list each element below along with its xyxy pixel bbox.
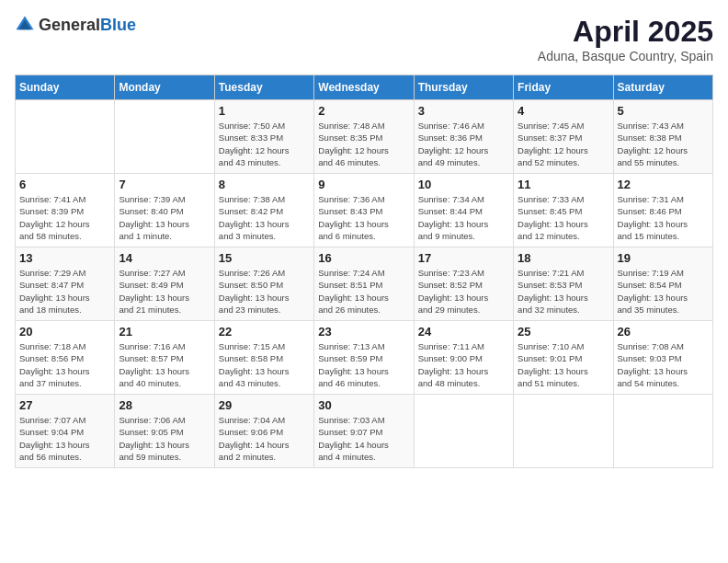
day-header-saturday: Saturday: [613, 75, 712, 100]
calendar-cell: 13Sunrise: 7:29 AMSunset: 8:47 PMDayligh…: [16, 247, 115, 321]
calendar-header-row: SundayMondayTuesdayWednesdayThursdayFrid…: [16, 75, 713, 100]
calendar-cell: 3Sunrise: 7:46 AMSunset: 8:36 PMDaylight…: [414, 100, 513, 174]
cell-info: Sunrise: 7:18 AMSunset: 8:56 PMDaylight:…: [19, 340, 110, 389]
calendar-cell: 17Sunrise: 7:23 AMSunset: 8:52 PMDayligh…: [414, 247, 513, 321]
cell-info: Sunrise: 7:31 AMSunset: 8:46 PMDaylight:…: [618, 193, 709, 242]
calendar-cell: 19Sunrise: 7:19 AMSunset: 8:54 PMDayligh…: [613, 247, 712, 321]
calendar-cell: 7Sunrise: 7:39 AMSunset: 8:40 PMDaylight…: [115, 174, 214, 247]
cell-info: Sunrise: 7:29 AMSunset: 8:47 PMDaylight:…: [19, 267, 110, 316]
day-number: 1: [219, 104, 310, 118]
cell-info: Sunrise: 7:36 AMSunset: 8:43 PMDaylight:…: [318, 193, 409, 242]
cell-info: Sunrise: 7:11 AMSunset: 9:00 PMDaylight:…: [418, 340, 509, 389]
calendar-cell: [414, 395, 513, 468]
calendar-cell: [514, 395, 613, 468]
day-number: 29: [219, 398, 310, 412]
calendar-cell: 5Sunrise: 7:43 AMSunset: 8:38 PMDaylight…: [613, 100, 712, 174]
day-number: 30: [318, 398, 409, 412]
calendar-cell: 2Sunrise: 7:48 AMSunset: 8:35 PMDaylight…: [314, 100, 414, 174]
calendar-cell: 30Sunrise: 7:03 AMSunset: 9:07 PMDayligh…: [314, 395, 414, 468]
calendar-cell: 23Sunrise: 7:13 AMSunset: 8:59 PMDayligh…: [314, 321, 414, 395]
logo-icon: [15, 15, 35, 35]
day-number: 7: [119, 178, 210, 191]
cell-info: Sunrise: 7:04 AMSunset: 9:06 PMDaylight:…: [219, 414, 310, 463]
day-number: 13: [19, 251, 110, 265]
cell-info: Sunrise: 7:34 AMSunset: 8:44 PMDaylight:…: [418, 193, 509, 242]
calendar-cell: [16, 100, 115, 174]
day-number: 18: [518, 251, 609, 265]
calendar-cell: 12Sunrise: 7:31 AMSunset: 8:46 PMDayligh…: [613, 174, 712, 247]
logo-general: General: [39, 16, 100, 34]
location-subtitle: Aduna, Basque Country, Spain: [538, 49, 713, 63]
cell-info: Sunrise: 7:41 AMSunset: 8:39 PMDaylight:…: [19, 193, 110, 242]
day-number: 21: [119, 325, 210, 339]
logo: GeneralBlue: [15, 15, 136, 35]
cell-info: Sunrise: 7:45 AMSunset: 8:37 PMDaylight:…: [518, 120, 609, 168]
calendar-cell: 15Sunrise: 7:26 AMSunset: 8:50 PMDayligh…: [214, 247, 313, 321]
cell-info: Sunrise: 7:08 AMSunset: 9:03 PMDaylight:…: [618, 340, 709, 389]
calendar-cell: 14Sunrise: 7:27 AMSunset: 8:49 PMDayligh…: [115, 247, 214, 321]
calendar-cell: [613, 395, 712, 468]
day-header-tuesday: Tuesday: [214, 75, 313, 100]
calendar-cell: 22Sunrise: 7:15 AMSunset: 8:58 PMDayligh…: [214, 321, 313, 395]
header: GeneralBlue April 2025 Aduna, Basque Cou…: [15, 15, 713, 63]
calendar-cell: 4Sunrise: 7:45 AMSunset: 8:37 PMDaylight…: [514, 100, 613, 174]
cell-info: Sunrise: 7:13 AMSunset: 8:59 PMDaylight:…: [318, 340, 409, 389]
cell-info: Sunrise: 7:50 AMSunset: 8:33 PMDaylight:…: [219, 120, 310, 168]
day-header-wednesday: Wednesday: [314, 75, 414, 100]
calendar-cell: 9Sunrise: 7:36 AMSunset: 8:43 PMDaylight…: [314, 174, 414, 247]
day-number: 10: [418, 178, 509, 191]
calendar-cell: 10Sunrise: 7:34 AMSunset: 8:44 PMDayligh…: [414, 174, 513, 247]
calendar-cell: 26Sunrise: 7:08 AMSunset: 9:03 PMDayligh…: [613, 321, 712, 395]
cell-info: Sunrise: 7:21 AMSunset: 8:53 PMDaylight:…: [518, 267, 609, 316]
day-number: 24: [418, 325, 509, 339]
day-number: 3: [418, 104, 509, 118]
calendar-cell: 11Sunrise: 7:33 AMSunset: 8:45 PMDayligh…: [514, 174, 613, 247]
logo-blue: Blue: [100, 16, 136, 34]
day-number: 11: [518, 178, 609, 191]
day-number: 12: [618, 178, 709, 191]
day-number: 28: [119, 398, 210, 412]
cell-info: Sunrise: 7:48 AMSunset: 8:35 PMDaylight:…: [318, 120, 409, 168]
cell-info: Sunrise: 7:38 AMSunset: 8:42 PMDaylight:…: [219, 193, 310, 242]
cell-info: Sunrise: 7:27 AMSunset: 8:49 PMDaylight:…: [119, 267, 210, 316]
day-number: 4: [518, 104, 609, 118]
calendar-cell: 25Sunrise: 7:10 AMSunset: 9:01 PMDayligh…: [514, 321, 613, 395]
day-number: 22: [219, 325, 310, 339]
month-title: April 2025: [538, 15, 713, 49]
day-header-monday: Monday: [115, 75, 214, 100]
calendar-cell: 29Sunrise: 7:04 AMSunset: 9:06 PMDayligh…: [214, 395, 313, 468]
day-number: 15: [219, 251, 310, 265]
calendar-cell: [115, 100, 214, 174]
day-number: 8: [219, 178, 310, 191]
calendar-cell: 20Sunrise: 7:18 AMSunset: 8:56 PMDayligh…: [16, 321, 115, 395]
calendar-cell: 18Sunrise: 7:21 AMSunset: 8:53 PMDayligh…: [514, 247, 613, 321]
day-header-friday: Friday: [514, 75, 613, 100]
week-row-1: 1Sunrise: 7:50 AMSunset: 8:33 PMDaylight…: [16, 100, 713, 174]
day-number: 14: [119, 251, 210, 265]
cell-info: Sunrise: 7:06 AMSunset: 9:05 PMDaylight:…: [119, 414, 210, 463]
day-number: 25: [518, 325, 609, 339]
week-row-5: 27Sunrise: 7:07 AMSunset: 9:04 PMDayligh…: [16, 395, 713, 468]
day-number: 17: [418, 251, 509, 265]
cell-info: Sunrise: 7:03 AMSunset: 9:07 PMDaylight:…: [318, 414, 409, 463]
day-number: 27: [19, 398, 110, 412]
calendar-cell: 16Sunrise: 7:24 AMSunset: 8:51 PMDayligh…: [314, 247, 414, 321]
calendar-cell: 27Sunrise: 7:07 AMSunset: 9:04 PMDayligh…: [16, 395, 115, 468]
calendar-table: SundayMondayTuesdayWednesdayThursdayFrid…: [15, 75, 713, 468]
cell-info: Sunrise: 7:07 AMSunset: 9:04 PMDaylight:…: [19, 414, 110, 463]
cell-info: Sunrise: 7:39 AMSunset: 8:40 PMDaylight:…: [119, 193, 210, 242]
day-number: 20: [19, 325, 110, 339]
day-number: 19: [618, 251, 709, 265]
calendar-cell: 21Sunrise: 7:16 AMSunset: 8:57 PMDayligh…: [115, 321, 214, 395]
calendar-cell: 6Sunrise: 7:41 AMSunset: 8:39 PMDaylight…: [16, 174, 115, 247]
cell-info: Sunrise: 7:23 AMSunset: 8:52 PMDaylight:…: [418, 267, 509, 316]
calendar-cell: 8Sunrise: 7:38 AMSunset: 8:42 PMDaylight…: [214, 174, 313, 247]
week-row-3: 13Sunrise: 7:29 AMSunset: 8:47 PMDayligh…: [16, 247, 713, 321]
day-header-sunday: Sunday: [16, 75, 115, 100]
day-number: 26: [618, 325, 709, 339]
day-number: 9: [318, 178, 409, 191]
calendar-body: 1Sunrise: 7:50 AMSunset: 8:33 PMDaylight…: [16, 100, 713, 468]
week-row-4: 20Sunrise: 7:18 AMSunset: 8:56 PMDayligh…: [16, 321, 713, 395]
cell-info: Sunrise: 7:26 AMSunset: 8:50 PMDaylight:…: [219, 267, 310, 316]
cell-info: Sunrise: 7:46 AMSunset: 8:36 PMDaylight:…: [418, 120, 509, 168]
